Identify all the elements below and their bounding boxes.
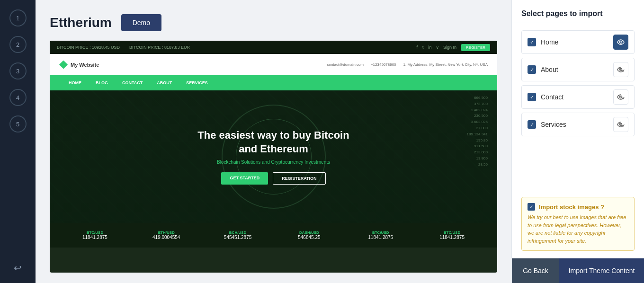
get-started-button[interactable]: GET STARTED <box>221 172 268 185</box>
page-item-contact-left: ✓ Contact <box>528 93 564 101</box>
svg-point-0 <box>620 41 622 44</box>
sidebar-item-4[interactable]: 4 <box>9 89 27 106</box>
main-area: Ettherium Demo BITCOIN PRICE : 10928.45 … <box>36 0 511 283</box>
hero-subtitle-end: Investments <box>303 159 330 165</box>
page-about-eye-button[interactable] <box>613 62 628 77</box>
fake-site-header: My Website contact@domain.com +123456789… <box>50 54 497 75</box>
fake-logo: My Website <box>59 61 99 69</box>
page-services-eye-button[interactable] <box>613 117 628 132</box>
ticker-btc-usd-3: BTC/USD 11841.2875 <box>416 230 488 240</box>
page-item-services-left: ✓ Services <box>528 120 566 129</box>
social-icon-fb: f <box>417 45 418 50</box>
page-home-label: Home <box>541 38 558 46</box>
preview-container: BITCOIN PRICE : 10928.45 USD BITCOIN PRI… <box>50 41 497 273</box>
hero-text: The easiest way to buy Bitcoinand Ethere… <box>197 129 349 185</box>
panel-header: Select pages to import <box>512 0 644 23</box>
page-item-about-left: ✓ About <box>528 65 558 74</box>
ticker-bch-usd: BCH/USD 545451.2875 <box>202 230 274 240</box>
signin-link[interactable]: Sign In <box>443 45 456 50</box>
ticker-dash-usd: DASH/USD 546845.25 <box>273 230 345 240</box>
page-item-services: ✓ Services <box>521 113 635 136</box>
go-back-button[interactable]: Go Back <box>512 258 559 283</box>
contact-phone: +12345678900 <box>371 62 396 67</box>
sidebar-item-1[interactable]: 1 <box>9 9 27 27</box>
sidebar-item-2[interactable]: 2 <box>9 36 27 53</box>
page-item-home-left: ✓ Home <box>528 38 558 46</box>
sidebar-back-icon[interactable]: ↩ <box>14 262 22 274</box>
page-contact-checkbox[interactable]: ✓ <box>528 93 536 101</box>
stock-notice-header: ✓ Import stock images ? <box>528 203 628 211</box>
fake-topbar: BITCOIN PRICE : 10928.45 USD BITCOIN PRI… <box>50 41 497 54</box>
page-home-checkbox[interactable]: ✓ <box>528 38 536 46</box>
stock-images-title: Import stock images ? <box>539 203 604 211</box>
eye-open-icon <box>617 39 625 45</box>
bitcoin-price-eur: BITCOIN PRICE : 8187.83 EUR <box>129 45 190 50</box>
fake-ticker: BTC/USD 11841.2875 ETH/USD 419.0004554 B… <box>50 223 497 248</box>
page-item-about: ✓ About <box>521 58 635 81</box>
page-about-label: About <box>541 66 558 73</box>
social-icon-li: in <box>429 45 432 50</box>
ticker-eth-usd: ETH/USD 419.0004554 <box>131 230 202 240</box>
contact-address: 1, My Address, My Street, New York City,… <box>403 62 488 67</box>
page-contact-eye-button[interactable] <box>613 89 628 105</box>
eye-closed-icon-3 <box>617 122 625 127</box>
registration-button[interactable]: REGISTERATION <box>273 172 325 185</box>
sidebar-item-5[interactable]: 5 <box>9 115 27 133</box>
social-icon-tw: t <box>422 45 424 50</box>
sidebar: 1 2 3 4 5 ↩ <box>0 0 36 283</box>
import-theme-button[interactable]: Import Theme Content <box>559 258 644 283</box>
panel-footer: Go Back Import Theme Content <box>512 258 644 283</box>
page-contact-label: Contact <box>541 93 564 101</box>
fake-contact-info: contact@domain.com +12345678900 1, My Ad… <box>327 62 488 67</box>
stock-images-notice: ✓ Import stock images ? We try our best … <box>521 197 635 251</box>
nav-blog[interactable]: BLOG <box>96 80 108 85</box>
contact-email: contact@domain.com <box>327 62 364 67</box>
hero-subtitle: Blockchain Solutions and Cryptocurrency … <box>197 159 349 165</box>
page-item-home: ✓ Home <box>521 30 635 54</box>
nav-services[interactable]: SERVICES <box>186 80 207 85</box>
fake-topbar-right: f t in v Sign In REGISTER <box>417 44 490 51</box>
nav-home[interactable]: HOME <box>69 80 81 85</box>
right-panel: Select pages to import ✓ Home ✓ About <box>511 0 644 283</box>
sidebar-item-3[interactable]: 3 <box>9 62 27 80</box>
page-services-label: Services <box>541 121 566 128</box>
ticker-btc-usd-2: BTC/USD 11841.2875 <box>345 230 416 240</box>
page-about-checkbox[interactable]: ✓ <box>528 65 536 74</box>
logo-diamond-icon <box>59 61 68 69</box>
theme-header: Ettherium Demo <box>50 14 497 31</box>
pages-list: ✓ Home ✓ About <box>512 23 644 197</box>
bitcoin-price-usd: BITCOIN PRICE : 10928.45 USD <box>57 45 120 50</box>
page-home-eye-button[interactable] <box>613 35 628 50</box>
eye-closed-icon <box>617 67 625 72</box>
nav-contact[interactable]: CONTACT <box>122 80 143 85</box>
demo-button[interactable]: Demo <box>121 14 161 31</box>
eye-closed-icon-2 <box>617 94 625 100</box>
page-item-contact: ✓ Contact <box>521 85 635 109</box>
register-button[interactable]: REGISTER <box>461 44 490 51</box>
logo-text: My Website <box>71 62 99 68</box>
social-icon-vk: v <box>437 45 439 50</box>
fake-nav: HOME BLOG CONTACT ABOUT SERVICES <box>50 75 497 90</box>
ticker-btc-usd-1: BTC/USD 11841.2875 <box>59 230 131 240</box>
fake-topbar-left: BITCOIN PRICE : 10928.45 USD BITCOIN PRI… <box>57 45 190 50</box>
nav-about[interactable]: ABOUT <box>157 80 172 85</box>
stock-images-checkbox[interactable]: ✓ <box>528 203 535 211</box>
fake-hero: 666.500373.7001.402.024230.5003.602.0252… <box>50 90 497 223</box>
stock-images-description: We try our best to use images that are f… <box>528 213 628 245</box>
hero-title: The easiest way to buy Bitcoinand Ethere… <box>197 129 349 156</box>
theme-title: Ettherium <box>50 15 112 30</box>
page-services-checkbox[interactable]: ✓ <box>528 120 536 129</box>
hero-subtitle-highlight: Cryptocurrency <box>271 159 304 165</box>
data-overlay: 666.500373.7001.402.024230.5003.602.0252… <box>467 95 488 168</box>
fake-site: BITCOIN PRICE : 10928.45 USD BITCOIN PRI… <box>50 41 497 273</box>
preview-inner: BITCOIN PRICE : 10928.45 USD BITCOIN PRI… <box>50 41 497 273</box>
hero-subtitle-normal: Blockchain Solutions and <box>217 159 271 165</box>
hero-buttons: GET STARTED REGISTERATION <box>197 172 349 185</box>
